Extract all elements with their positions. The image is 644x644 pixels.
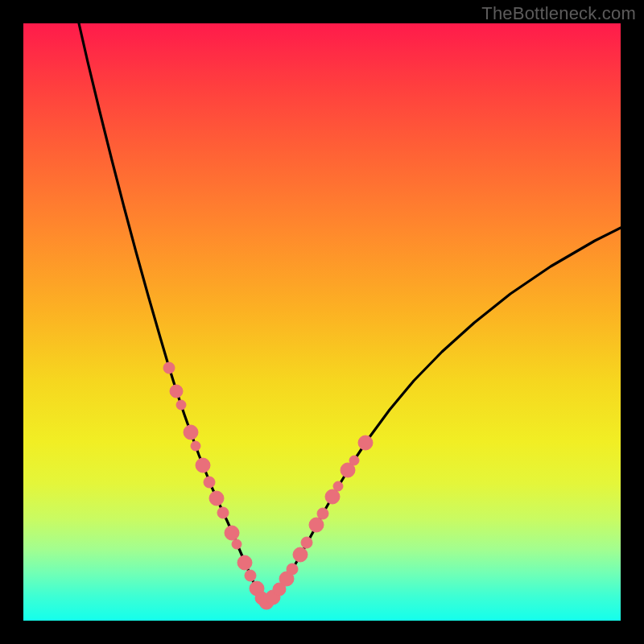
marker-dot: [333, 481, 343, 491]
marker-dot: [349, 456, 359, 465]
marker-dot: [325, 489, 340, 504]
marker-dot: [245, 570, 256, 581]
marker-dot: [225, 526, 239, 540]
marker-dot: [163, 362, 175, 374]
marker-dot: [287, 564, 298, 575]
marker-dot: [209, 491, 224, 506]
marker-dot: [317, 508, 328, 519]
marker-dot: [217, 507, 229, 518]
watermark-text: TheBottleneck.com: [481, 3, 636, 24]
marker-dot: [232, 539, 242, 549]
marker-dot: [358, 436, 373, 450]
marker-dot: [176, 400, 186, 410]
marker-dot: [170, 385, 183, 398]
plot-area: [23, 23, 621, 621]
marker-group: [163, 362, 373, 609]
marker-dot: [309, 518, 324, 532]
marker-dot: [237, 555, 252, 570]
left-curve: [79, 23, 265, 605]
curve-layer: [23, 23, 621, 621]
marker-dot: [184, 425, 198, 440]
marker-dot: [191, 441, 200, 451]
marker-dot: [301, 537, 312, 548]
right-curve: [265, 228, 621, 605]
marker-dot: [293, 547, 308, 562]
marker-dot: [196, 458, 210, 473]
marker-dot: [204, 477, 215, 488]
chart-root: { "watermark": "TheBottleneck.com", "cha…: [0, 0, 644, 644]
